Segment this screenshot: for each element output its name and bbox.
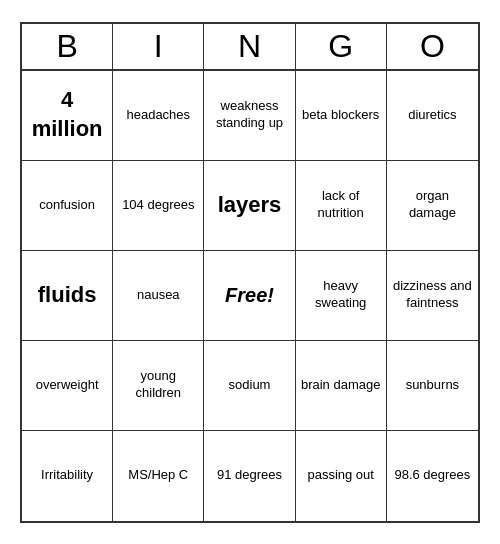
- bingo-cell-0: 4 million: [22, 71, 113, 161]
- bingo-cell-15: overweight: [22, 341, 113, 431]
- bingo-cell-17: sodium: [204, 341, 295, 431]
- bingo-cell-16: young children: [113, 341, 204, 431]
- header-letter-g: G: [296, 24, 387, 69]
- bingo-cell-24: 98.6 degrees: [387, 431, 478, 521]
- bingo-cell-19: sunburns: [387, 341, 478, 431]
- bingo-cell-10: fluids: [22, 251, 113, 341]
- header-letter-n: N: [204, 24, 295, 69]
- bingo-grid: 4 millionheadachesweakness standing upbe…: [22, 71, 478, 521]
- bingo-cell-18: brain damage: [296, 341, 387, 431]
- bingo-cell-6: 104 degrees: [113, 161, 204, 251]
- bingo-card: BINGO 4 millionheadachesweakness standin…: [20, 22, 480, 523]
- header-letter-i: I: [113, 24, 204, 69]
- bingo-cell-3: beta blockers: [296, 71, 387, 161]
- bingo-cell-12: Free!: [204, 251, 295, 341]
- bingo-cell-7: layers: [204, 161, 295, 251]
- bingo-cell-8: lack of nutrition: [296, 161, 387, 251]
- bingo-cell-14: dizziness and faintness: [387, 251, 478, 341]
- bingo-cell-22: 91 degrees: [204, 431, 295, 521]
- bingo-cell-2: weakness standing up: [204, 71, 295, 161]
- bingo-cell-21: MS/Hep C: [113, 431, 204, 521]
- header-letter-b: B: [22, 24, 113, 69]
- bingo-cell-20: Irritability: [22, 431, 113, 521]
- header-letter-o: O: [387, 24, 478, 69]
- bingo-cell-1: headaches: [113, 71, 204, 161]
- bingo-cell-9: organ damage: [387, 161, 478, 251]
- bingo-cell-11: nausea: [113, 251, 204, 341]
- bingo-cell-23: passing out: [296, 431, 387, 521]
- bingo-cell-4: diuretics: [387, 71, 478, 161]
- bingo-cell-5: confusion: [22, 161, 113, 251]
- bingo-cell-13: heavy sweating: [296, 251, 387, 341]
- bingo-header: BINGO: [22, 24, 478, 71]
